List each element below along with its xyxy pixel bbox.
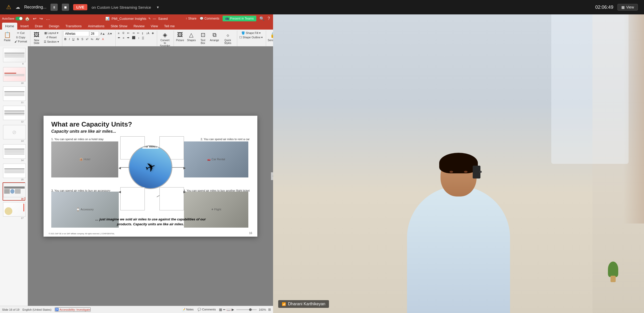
tab-review[interactable]: Review (130, 23, 148, 30)
reading-view-button[interactable]: 📖 (226, 308, 231, 311)
video-feed: 📶 Dharani Karthikeyan (273, 14, 644, 313)
more-icon-btn[interactable]: … (45, 16, 51, 21)
comments-status-button[interactable]: 💬 Comments (197, 308, 217, 311)
picture-button[interactable]: 🖼 Picture (175, 31, 185, 42)
tab-insert[interactable]: Insert (17, 23, 32, 30)
help-button[interactable]: ? (268, 16, 270, 21)
font-size-input[interactable] (90, 31, 99, 36)
accessibility-button[interactable]: ♿ Accessibility: Investigate (55, 307, 91, 312)
font-family-input[interactable] (63, 31, 89, 36)
align-center-button[interactable]: ≡ (122, 36, 125, 40)
redo-icon-btn[interactable]: ↪ (38, 16, 44, 22)
tab-tellme[interactable]: Tell me (161, 23, 178, 30)
comments-button[interactable]: 💬 Comments (200, 17, 219, 20)
superscript-button[interactable]: x² (85, 37, 89, 41)
search-button[interactable]: 🔍 (259, 16, 265, 21)
rtl-button[interactable]: ⇐ (136, 31, 140, 35)
slide-thumb-9[interactable]: 9 (3, 47, 25, 66)
normal-view-button[interactable]: ▦ (219, 308, 222, 311)
slide-thumb-14[interactable]: 14 (3, 144, 25, 162)
tab-transitions[interactable]: Transitions (62, 23, 85, 30)
quick-styles-button[interactable]: ⬦ Quick Styles (221, 31, 235, 45)
thumb-line (4, 75, 24, 76)
slide-thumb-11[interactable]: 11 (3, 86, 25, 104)
smart-art-convert-button[interactable]: ◈ (151, 31, 155, 35)
tab-home[interactable]: Home (2, 23, 17, 30)
shape-fill-button[interactable]: 🪣 Shape Fill ▾ (238, 31, 264, 35)
zoom-level: 160% (259, 308, 266, 311)
justify-button[interactable]: ⬛ (131, 36, 137, 40)
font-color-button[interactable]: A (101, 37, 105, 41)
convert-to-smartart-button[interactable]: ◈ Convert to SmartArt (158, 31, 171, 48)
shapes-button[interactable]: △ Shapes (186, 31, 197, 42)
clipboard-small-btns: ✂ Cut ⎘ Copy 🖌 Format (13, 31, 28, 43)
tab-slideshow[interactable]: Slide Show (107, 23, 130, 30)
bold-button[interactable]: B (63, 37, 67, 41)
underline-button[interactable]: U (71, 37, 75, 41)
pause-button[interactable]: ⏸ (50, 4, 58, 11)
numbering-button[interactable]: ① (121, 31, 126, 35)
strikethrough-button[interactable]: S (76, 37, 80, 41)
share-button[interactable]: ↑ Share (186, 17, 197, 20)
tab-animations[interactable]: Animations (85, 23, 107, 30)
shadow-button[interactable]: S (80, 37, 84, 41)
new-slide-button[interactable]: 🖼 New Slide (31, 31, 42, 45)
fit-to-window-button[interactable]: ⊞ (268, 308, 271, 311)
language-label: English (United States) (22, 308, 52, 311)
line-spacing-button[interactable]: ↕ (137, 36, 141, 40)
increase-font-button[interactable]: A▲ (99, 32, 106, 35)
slideshow-view-button[interactable]: ▶ (232, 308, 234, 311)
decrease-indent-button[interactable]: ⇤ (126, 31, 131, 35)
arrange-button[interactable]: ⧉ Arrange (209, 31, 220, 42)
bullets-button[interactable]: ≡ (117, 31, 120, 35)
reset-button[interactable]: ↺ Reset (43, 35, 60, 39)
slide-thumb-10[interactable]: 10 (3, 67, 25, 85)
thumb-line (4, 111, 24, 111)
panel-collapse-button[interactable]: › (271, 172, 273, 180)
textbox-button[interactable]: ⊡ Text Box (198, 31, 208, 45)
tab-view[interactable]: View (148, 23, 161, 30)
present-in-teams-button[interactable]: 📺 Present in Teams (223, 16, 257, 21)
copy-button[interactable]: ⎘ Copy (13, 35, 28, 39)
text-direction-button[interactable]: ↕A (145, 31, 150, 35)
italic-button[interactable]: I (68, 37, 71, 41)
shapes-label: Shapes (187, 39, 196, 42)
slide-canvas[interactable]: What are Capacity Units? Capacity units … (44, 116, 257, 237)
save-icon-btn[interactable]: 🏠 (24, 16, 31, 22)
view-button[interactable]: ▦ View (617, 4, 638, 11)
slide-thumb-13[interactable]: ⊘ 13 (3, 124, 25, 143)
char-spacing-button[interactable]: AV (95, 37, 100, 41)
person-area (381, 59, 536, 313)
stream-dropdown-icon[interactable]: ▼ (156, 5, 159, 9)
tab-design[interactable]: Design (46, 23, 62, 30)
align-right-button[interactable]: ➡ (126, 36, 130, 40)
layout-button[interactable]: ▦ Layout ▾ (43, 31, 60, 35)
text-highlight-button[interactable]: ▒ (141, 36, 145, 40)
tab-draw[interactable]: Draw (32, 23, 46, 30)
slide-thumb-16[interactable]: 16 (3, 182, 25, 201)
shape-outline-button[interactable]: ☐ Shape Outline ▾ (238, 35, 264, 39)
notes-button[interactable]: 📝 Notes (181, 308, 195, 311)
slide-thumb-15[interactable]: 15 (3, 163, 25, 181)
thumb-img (15, 189, 21, 194)
section-button[interactable]: ☰ Section ▾ (43, 40, 60, 44)
subscript-button[interactable]: x₂ (90, 37, 95, 41)
person-head (440, 155, 477, 196)
zoom-slider[interactable] (236, 309, 257, 310)
slide-thumb-17[interactable]: 17 (3, 202, 25, 220)
quick-styles-label: Quick Styles (222, 39, 233, 44)
decrease-font-button[interactable]: A▼ (107, 32, 113, 35)
paste-button[interactable]: 📋 Paste (2, 31, 12, 42)
increase-indent-button[interactable]: ⇥ (131, 31, 135, 35)
slide-thumb-12[interactable]: 12 (3, 105, 25, 123)
slide-num-13: 13 (3, 140, 25, 142)
align-left-button[interactable]: ⬅ (117, 36, 121, 40)
columns-button[interactable]: ⫿ (141, 31, 145, 35)
slide-num-16: 16 (3, 198, 25, 200)
stop-button[interactable]: ⏹ (62, 4, 69, 11)
autosave-toggle[interactable] (15, 17, 23, 20)
cut-button[interactable]: ✂ Cut (13, 31, 28, 35)
format-button[interactable]: 🖌 Format (13, 40, 28, 43)
undo-icon-btn[interactable]: ↩ (32, 16, 37, 22)
slide-sorter-button[interactable]: ▪▪ (223, 308, 225, 311)
